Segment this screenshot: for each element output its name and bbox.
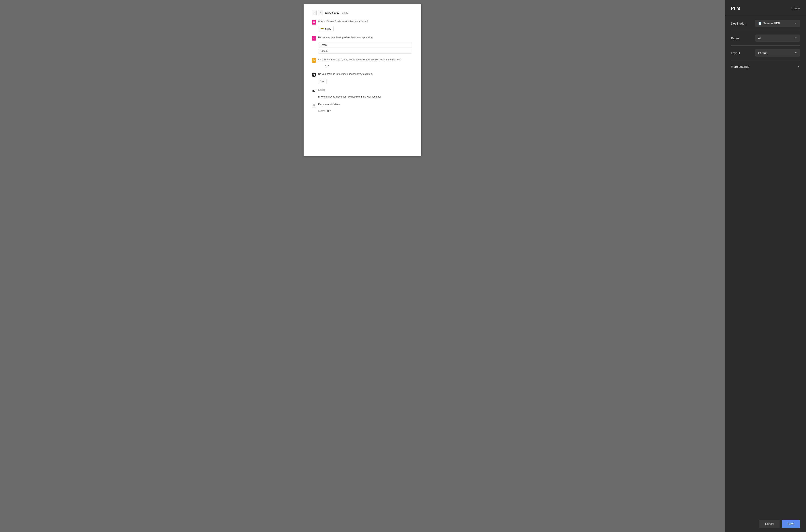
print-title: Print — [731, 6, 740, 11]
next-page-button[interactable]: › — [318, 10, 323, 15]
score-text: score: 1102 — [318, 110, 331, 113]
svg-rect-6 — [314, 91, 315, 92]
question-block-3: On a scale from 1 to 5, how would you ra… — [312, 58, 413, 68]
destination-chevron-icon: ▼ — [795, 22, 797, 25]
ending-header: Ending — [312, 89, 413, 93]
question-icon-2: ✓ — [312, 36, 316, 41]
pages-row: Pages All ▼ — [731, 31, 800, 45]
answer-4: Yes — [318, 79, 413, 84]
question-text-4: Do you have an intolerance or sensitivit… — [318, 72, 373, 76]
layout-select[interactable]: Portrait ▼ — [755, 49, 800, 57]
svg-rect-0 — [313, 60, 313, 61]
print-footer: Cancel Save — [725, 516, 806, 532]
svg-rect-3 — [315, 60, 315, 61]
ending-label: Ending — [318, 89, 325, 92]
question-icon-3 — [312, 58, 316, 63]
answer-3: 5 / 5 — [318, 64, 413, 68]
destination-row: Destination 📄 Save as PDF ▼ — [731, 16, 800, 31]
cancel-button[interactable]: Cancel — [759, 520, 780, 528]
answer-chip-yes: Yes — [318, 79, 327, 84]
question-header-4: ◑ Do you have an intolerance or sensitiv… — [312, 72, 413, 77]
answer-2: Fresh Umami — [318, 42, 413, 54]
layout-value: Portrait — [758, 51, 767, 55]
response-variables-block: ⊞ Response Variables score: 1102 — [312, 103, 413, 113]
destination-select[interactable]: 📄 Save as PDF ▼ — [755, 20, 800, 27]
response-variables-answer: score: 1102 — [318, 109, 413, 113]
svg-rect-5 — [313, 90, 314, 92]
question-block-4: ◑ Do you have an intolerance or sensitiv… — [312, 72, 413, 84]
destination-select-content: 📄 Save as PDF — [758, 22, 780, 25]
more-settings-row[interactable]: More settings ▼ — [725, 60, 806, 73]
response-variables-icon: ⊞ — [312, 103, 316, 108]
answer-chip-umami: Umami — [318, 49, 412, 54]
page-navigation: ‹ › 12 Aug 2021 13:53 — [312, 10, 413, 15]
question-header-3: On a scale from 1 to 5, how would you ra… — [312, 58, 413, 63]
svg-rect-4 — [312, 91, 313, 92]
svg-rect-1 — [313, 59, 314, 61]
question-text-3: On a scale from 1 to 5, how would you ra… — [318, 58, 401, 61]
ending-block: Ending B. We think you'll love our rice … — [312, 89, 413, 98]
svg-rect-2 — [314, 60, 314, 61]
prev-page-button[interactable]: ‹ — [312, 10, 316, 15]
layout-row: Layout Portrait ▼ — [731, 45, 800, 60]
page-time: 13:53 — [342, 11, 349, 14]
page-preview: ‹ › 12 Aug 2021 13:53 Which of these foo… — [304, 4, 421, 156]
question-block-1: Which of these foods most strikes your f… — [312, 20, 413, 32]
answer-scale-text: 5 / 5 — [325, 65, 329, 68]
layout-chevron-icon: ▼ — [795, 52, 797, 54]
svg-rect-7 — [315, 90, 315, 92]
pages-select[interactable]: All ▼ — [755, 35, 800, 42]
ending-answer: B. We think you'll love our rice noodle … — [318, 95, 413, 98]
destination-label: Destination — [731, 22, 751, 25]
more-settings-chevron-icon: ▼ — [798, 65, 800, 68]
question-icon-1 — [312, 20, 316, 24]
more-settings-label: More settings — [731, 65, 749, 68]
question-icon-4: ◑ — [312, 73, 316, 77]
answer-chip-fresh: Fresh — [318, 42, 412, 48]
answer-salad-text: Salad — [325, 27, 331, 30]
question-header-1: Which of these foods most strikes your f… — [312, 20, 413, 24]
answer-1: 🥗 Salad — [318, 26, 413, 32]
question-header-2: ✓ Pick one or two flavor profiles that s… — [312, 36, 413, 41]
question-text-1: Which of these foods most strikes your f… — [318, 20, 368, 23]
question-text-2: Pick one or two flavor profiles that see… — [318, 36, 373, 39]
layout-select-content: Portrait — [758, 51, 767, 55]
print-header: Print 1 page — [725, 0, 806, 16]
layout-label: Layout — [731, 51, 751, 55]
response-variables-label: Response Variables — [318, 103, 340, 106]
print-panel: Print 1 page Destination 📄 Save as PDF ▼… — [725, 0, 806, 532]
pdf-doc-icon: 📄 — [758, 22, 762, 25]
pages-value: All — [758, 37, 762, 40]
ending-text: B. We think you'll love our rice noodle … — [318, 95, 381, 98]
ending-icon — [312, 89, 316, 93]
pages-chevron-icon: ▼ — [795, 37, 797, 40]
print-settings: Destination 📄 Save as PDF ▼ Pages All ▼ … — [725, 16, 806, 60]
save-button[interactable]: Save — [782, 520, 800, 528]
destination-value: Save as PDF — [763, 22, 780, 25]
print-pages: 1 page — [791, 7, 800, 10]
preview-area: ‹ › 12 Aug 2021 13:53 Which of these foo… — [0, 0, 725, 532]
response-variables-header: ⊞ Response Variables — [312, 103, 413, 108]
pages-select-content: All — [758, 37, 762, 40]
spacer — [725, 73, 806, 516]
score-value: 1102 — [326, 110, 331, 113]
question-block-2: ✓ Pick one or two flavor profiles that s… — [312, 36, 413, 54]
page-date: 12 Aug 2021 — [325, 11, 340, 14]
pages-label: Pages — [731, 37, 751, 40]
